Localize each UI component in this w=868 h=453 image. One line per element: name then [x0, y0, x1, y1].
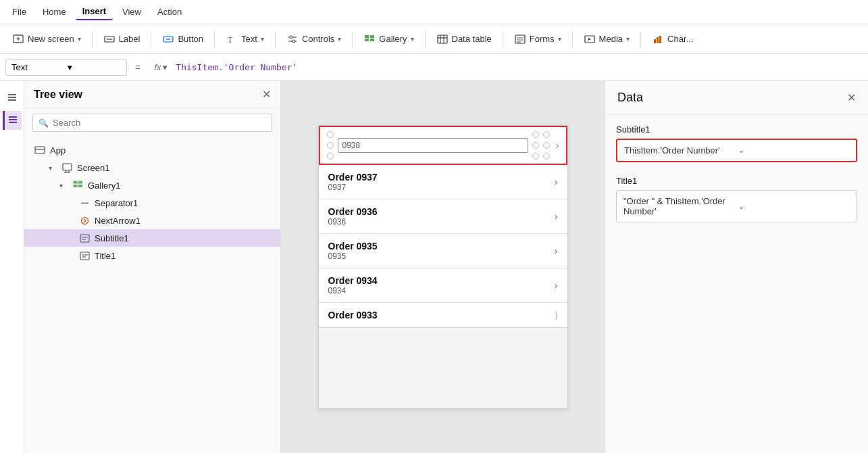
tree-search-input[interactable]: [53, 118, 266, 128]
sidebar-toggle: [0, 81, 24, 453]
svg-rect-16: [438, 35, 447, 43]
formula-fx-container: fx ▾: [149, 62, 173, 72]
tree-item-nextarrow1-label: NextArrow1: [95, 216, 141, 226]
data-table-icon: [436, 33, 449, 45]
tree-close-button[interactable]: ✕: [262, 88, 271, 101]
subtitle-text-field[interactable]: 0938: [338, 138, 529, 153]
controls-button[interactable]: Controls ▾: [280, 30, 348, 49]
media-icon: [584, 33, 596, 45]
gallery-item-3-content: Order 0936 0936: [328, 206, 555, 226]
tree-item-nextarrow1[interactable]: NextArrow1: [24, 212, 280, 229]
toolbar-separator-1: [92, 31, 93, 47]
gallery-item-6[interactable]: Order 0933 ⟩: [319, 303, 567, 328]
data-field-title1-chevron: ⌄: [738, 202, 850, 211]
data-field-title1-value[interactable]: "Order " & ThisItem.'Order Number' ⌄: [616, 190, 857, 222]
tree-content: App ▾ Screen1 ▾ Gallery1: [24, 137, 280, 453]
media-chevron: ▾: [626, 35, 630, 43]
gallery-button[interactable]: Gallery ▾: [357, 30, 420, 49]
media-button[interactable]: Media ▾: [577, 30, 636, 49]
data-table-button[interactable]: Data table: [430, 30, 499, 49]
tree-item-separator1-label: Separator1: [95, 198, 138, 208]
tree-item-subtitle1[interactable]: Subtitle1: [24, 229, 280, 247]
screen-icon: [61, 162, 73, 174]
svg-rect-37: [63, 164, 72, 170]
hamburger-button[interactable]: [3, 88, 22, 107]
text-button[interactable]: T Text ▾: [219, 30, 271, 49]
subtitle1-icon: [78, 232, 91, 244]
tree-title: Tree view: [34, 89, 82, 101]
gallery-item-3-title: Order 0936: [328, 206, 555, 217]
gallery-item-5[interactable]: Order 0934 0934 ›: [319, 268, 567, 303]
gallery-item1-arrow: ›: [555, 139, 559, 151]
formula-selector[interactable]: Text ▾: [5, 59, 127, 76]
controls-icon: [286, 33, 299, 45]
toolbar-separator-7: [503, 31, 503, 47]
text-icon: T: [226, 33, 238, 45]
canvas-frame: 0938 ›: [318, 125, 568, 409]
menu-bar: File Home Insert View Action: [0, 0, 868, 24]
data-field-title1-text: "Order " & ThisItem.'Order Number': [623, 196, 736, 216]
handle-mr: [543, 142, 550, 149]
gallery-item-4[interactable]: Order 0935 0935 ›: [319, 234, 567, 268]
button-button[interactable]: Button: [155, 30, 210, 49]
handle-bl: [327, 153, 334, 160]
gallery-item-4-title: Order 0935: [328, 241, 555, 252]
data-panel: Data ✕ Subtitle1 ThisItem.'Order Number'…: [605, 81, 868, 453]
button-icon: [162, 33, 174, 45]
canvas-area: 0938 ›: [281, 81, 605, 453]
gallery-item-2[interactable]: Order 0937 0937 ›: [319, 165, 567, 199]
menu-home[interactable]: Home: [36, 4, 73, 20]
data-field-title1-label: Title1: [616, 176, 857, 186]
gallery-item-4-content: Order 0935 0935: [328, 241, 555, 261]
toolbar-separator-5: [352, 31, 353, 47]
handle-ml: [327, 142, 334, 149]
formula-input[interactable]: [176, 62, 863, 72]
new-screen-button[interactable]: New screen ▾: [5, 30, 88, 49]
gallery-selected-item[interactable]: 0938 ›: [319, 126, 567, 165]
menu-file[interactable]: File: [5, 4, 33, 20]
tree-item-screen1[interactable]: ▾ Screen1: [24, 159, 280, 176]
menu-action[interactable]: Action: [151, 4, 188, 20]
handle-tm: [532, 131, 539, 138]
screen1-expand-arrow: ▾: [49, 164, 57, 172]
subtitle-text-value: 0938: [342, 141, 361, 150]
formula-fx-chevron: ▾: [163, 62, 168, 72]
search-icon: 🔍: [39, 118, 49, 128]
data-panel-close-button[interactable]: ✕: [847, 91, 856, 104]
layers-button[interactable]: [3, 111, 22, 130]
forms-icon: [514, 33, 526, 45]
tree-header: Tree view ✕: [24, 81, 280, 108]
tree-item-gallery1[interactable]: ▾ Gallery1: [24, 176, 280, 194]
svg-text:T: T: [228, 35, 233, 45]
svg-rect-15: [370, 39, 374, 41]
menu-insert[interactable]: Insert: [76, 3, 113, 20]
gallery-item-3[interactable]: Order 0936 0936 ›: [319, 199, 567, 234]
text-label: Text: [241, 34, 257, 44]
handle-tr: [543, 131, 550, 138]
svg-rect-28: [659, 36, 661, 43]
toolbar-separator-4: [275, 31, 276, 47]
svg-rect-47: [80, 235, 89, 242]
svg-rect-35: [35, 147, 45, 153]
tree-item-separator1[interactable]: Separator1: [24, 194, 280, 212]
new-screen-icon: [12, 33, 24, 45]
tree-item-app[interactable]: App: [24, 141, 280, 159]
gallery-item-5-arrow: ›: [555, 280, 558, 291]
svg-point-11: [292, 40, 295, 43]
toolbar-separator-2: [151, 31, 151, 47]
handle-tl: [327, 131, 334, 138]
label-button[interactable]: Label: [97, 30, 147, 49]
data-field-subtitle1-value[interactable]: ThisItem.'Order Number' ⌄: [616, 139, 857, 162]
tree-panel: Tree view ✕ 🔍 App ▾ Screen1: [24, 81, 281, 453]
tree-item-title1-label: Title1: [95, 251, 116, 261]
text-chevron: ▾: [261, 35, 264, 43]
tree-item-title1[interactable]: Title1: [24, 247, 280, 264]
gallery-item-3-subtitle: 0936: [328, 217, 555, 226]
data-field-subtitle1-text: ThisItem.'Order Number': [624, 145, 736, 156]
charts-button[interactable]: Char...: [645, 30, 700, 49]
menu-view[interactable]: View: [116, 4, 148, 20]
gallery-item-6-title: Order 0933: [328, 310, 555, 320]
forms-button[interactable]: Forms ▾: [507, 30, 568, 49]
label-label: Label: [119, 34, 141, 44]
gallery-icon: [363, 33, 376, 45]
